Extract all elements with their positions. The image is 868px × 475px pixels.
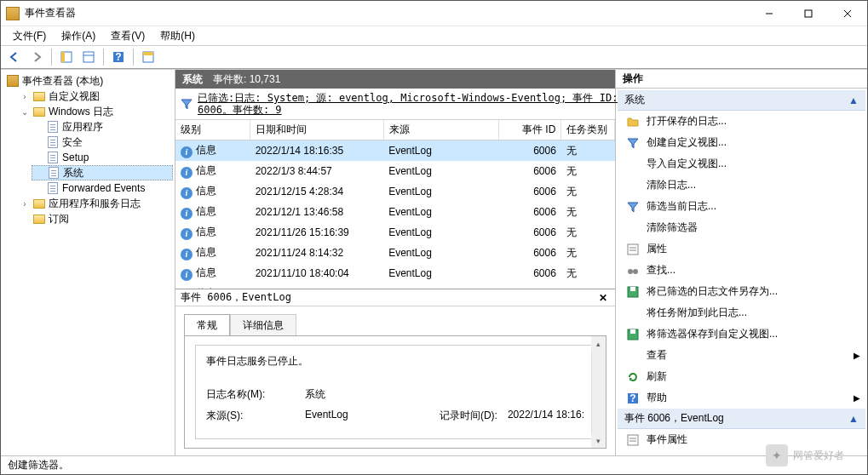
table-row[interactable]: i信息2021/11/24 8:14:32EventLog6006无 — [175, 243, 615, 263]
properties-icon — [626, 243, 640, 256]
action-view[interactable]: 查看▶ — [618, 345, 865, 366]
back-button[interactable] — [4, 48, 25, 66]
col-level[interactable]: 级别 — [175, 120, 250, 140]
menu-view[interactable]: 查看(V) — [104, 27, 152, 45]
action-properties[interactable]: 属性 — [618, 238, 865, 260]
action-event-properties[interactable]: 事件属性 — [618, 429, 865, 450]
action-create-custom-view[interactable]: 创建自定义视图... — [618, 132, 865, 153]
funnel-icon — [181, 97, 193, 111]
source-key: 来源(S): — [206, 409, 283, 423]
tree-app[interactable]: 应用程序 — [32, 119, 173, 134]
action-find[interactable]: 查找... — [618, 260, 865, 281]
blank-icon — [626, 157, 640, 171]
detail-close-button[interactable]: ✕ — [596, 292, 610, 304]
table-row[interactable]: i信息2022/1/14 18:16:35EventLog6006无 — [175, 140, 615, 162]
center-header: 系统 事件数: 10,731 — [175, 70, 615, 89]
event-table-wrap[interactable]: 级别 日期和时间 来源 事件 ID 任务类别 i信息2022/1/14 18:1… — [175, 120, 615, 289]
help-icon: ? — [626, 392, 640, 405]
refresh-icon — [626, 370, 640, 384]
menu-file[interactable]: 文件(F) — [6, 27, 53, 45]
window-title: 事件查看器 — [25, 6, 750, 20]
scroll-down-icon[interactable]: ▾ — [591, 433, 606, 448]
maximize-button[interactable] — [789, 1, 828, 26]
show-tree-button[interactable] — [56, 48, 77, 66]
tree-pane[interactable]: 事件查看器 (本地) ›自定义视图 ⌄Windows 日志 应用程序 安全 Se… — [1, 70, 175, 455]
svg-text:?: ? — [629, 392, 635, 404]
close-button[interactable] — [828, 1, 867, 26]
filter-summary-text: 已筛选:日志: System; 源: eventlog, Microsoft-W… — [198, 92, 618, 116]
table-row[interactable]: i信息2021/11/10 18:40:04EventLog6006无 — [175, 263, 615, 283]
menu-help[interactable]: 帮助(H) — [153, 27, 202, 45]
action-open-saved-log[interactable]: 打开保存的日志... — [618, 111, 865, 132]
status-bar: 创建筛选器。 — [1, 455, 867, 474]
svg-point-16 — [633, 269, 638, 274]
table-row[interactable]: i信息2021/12/15 4:28:34EventLog6006无 — [175, 181, 615, 202]
tree-custom-views[interactable]: ›自定义视图 — [18, 89, 173, 104]
action-attach-task[interactable]: 将任务附加到此日志... — [618, 302, 865, 323]
funnel-icon — [626, 136, 640, 150]
col-datetime[interactable]: 日期和时间 — [250, 120, 384, 140]
table-row[interactable]: i信息2022/1/3 8:44:57EventLog6006无 — [175, 161, 615, 181]
source-value: EventLog — [305, 409, 348, 423]
action-save-filter-as-custom-view[interactable]: 将筛选器保存到自定义视图... — [618, 323, 865, 345]
svg-rect-20 — [630, 329, 635, 334]
col-taskcat[interactable]: 任务类别 — [561, 120, 615, 140]
action-clear-filter[interactable]: 清除筛选器 — [618, 217, 865, 238]
center-event-count: 事件数: 10,731 — [213, 72, 280, 87]
menu-action[interactable]: 操作(A) — [55, 27, 102, 45]
help-button[interactable]: ? — [108, 48, 129, 66]
action-clear-log[interactable]: 清除日志... — [618, 175, 865, 196]
tree-subscriptions[interactable]: 订阅 — [18, 211, 173, 226]
svg-point-15 — [628, 269, 633, 274]
tree-root[interactable]: 事件查看器 (本地) — [4, 73, 173, 89]
svg-text:?: ? — [115, 51, 121, 63]
col-eventid[interactable]: 事件 ID — [499, 120, 561, 140]
menu-bar: 文件(F) 操作(A) 查看(V) 帮助(H) — [1, 26, 867, 45]
center-pane: 系统 事件数: 10,731 已筛选:日志: System; 源: eventl… — [175, 70, 616, 455]
col-source[interactable]: 来源 — [383, 120, 499, 140]
actions-group-system[interactable]: 系统▲ — [618, 90, 865, 111]
detail-scrollbar[interactable] — [591, 336, 606, 448]
action-help[interactable]: ?帮助▶ — [618, 387, 865, 409]
submenu-arrow-icon: ▶ — [854, 393, 860, 403]
action-refresh[interactable]: 刷新 — [618, 366, 865, 387]
forward-button[interactable] — [26, 48, 47, 66]
tree-windows-logs[interactable]: ⌄Windows 日志 — [18, 104, 173, 119]
action-save-filtered-as[interactable]: 将已筛选的日志文件另存为... — [618, 281, 865, 302]
tree-security[interactable]: 安全 — [32, 134, 173, 150]
blank-icon — [626, 179, 640, 192]
recorded-value: 2022/1/14 18:16: — [508, 409, 584, 423]
tab-details[interactable]: 详细信息 — [230, 314, 296, 336]
tree-setup[interactable]: Setup — [32, 150, 173, 165]
binoculars-icon — [626, 264, 640, 278]
logname-key: 日志名称(M): — [206, 387, 283, 402]
tree-forwarded[interactable]: Forwarded Events — [32, 180, 173, 196]
tree-app-service[interactable]: ›应用程序和服务日志 — [18, 196, 173, 211]
svg-rect-6 — [83, 52, 94, 62]
status-text: 创建筛选器。 — [8, 458, 69, 472]
collapse-icon: ▲ — [848, 413, 859, 425]
preview-button[interactable] — [138, 48, 158, 66]
minimize-button[interactable] — [750, 1, 789, 26]
action-filter-current-log[interactable]: 筛选当前日志... — [618, 196, 865, 217]
table-row[interactable]: i信息2021/12/1 13:46:58EventLog6006无 — [175, 202, 615, 222]
actions-pane: 操作 系统▲ 打开保存的日志... 创建自定义视图... 导入自定义视图... … — [616, 70, 867, 455]
blank-icon — [626, 349, 640, 363]
info-icon: i — [181, 249, 193, 260]
properties-icon — [626, 433, 640, 447]
table-row[interactable]: i信息2021/11/26 15:16:39EventLog6006无 — [175, 222, 615, 243]
funnel-icon — [626, 200, 640, 214]
svg-rect-5 — [61, 52, 65, 62]
action-import-custom-view[interactable]: 导入自定义视图... — [618, 153, 865, 175]
blank-icon — [626, 221, 640, 235]
actions-group-event[interactable]: 事件 6006，EventLog▲ — [618, 409, 865, 429]
title-bar: 事件查看器 — [1, 1, 867, 26]
scroll-up-icon[interactable]: ▴ — [591, 336, 606, 351]
submenu-arrow-icon: ▶ — [854, 351, 860, 360]
tab-general[interactable]: 常规 — [184, 314, 230, 336]
event-detail-pane: 事件 6006，EventLog ✕ 常规 详细信息 事件日志服务已停止。 日志… — [175, 289, 615, 455]
toolbar: ? — [1, 45, 867, 69]
tree-system[interactable]: 系统 — [32, 165, 173, 180]
panes-button[interactable] — [78, 48, 99, 66]
save-icon — [626, 328, 640, 341]
